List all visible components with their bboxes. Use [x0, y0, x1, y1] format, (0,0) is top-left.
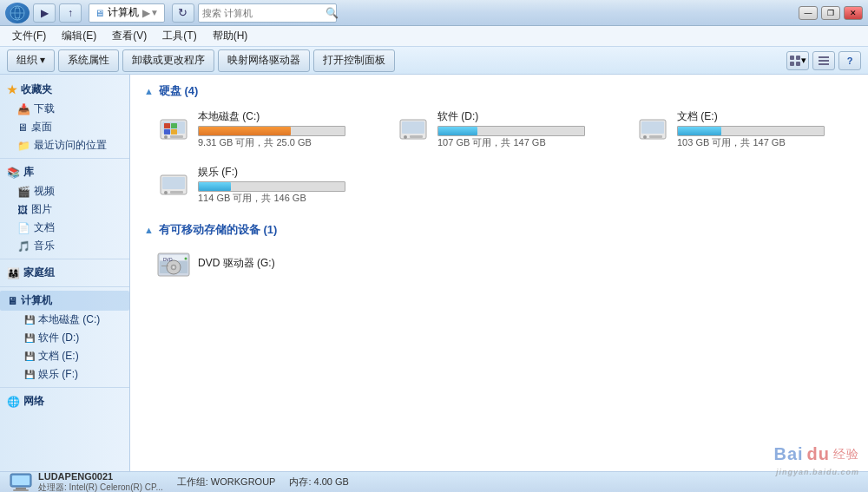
svg-rect-4: [796, 56, 800, 60]
hdd-icon-e: 💾: [24, 351, 35, 361]
search-input[interactable]: [202, 8, 322, 18]
favorites-icon: ★: [7, 83, 17, 96]
menu-edit[interactable]: 编辑(E): [55, 27, 103, 45]
svg-rect-25: [649, 135, 662, 138]
status-pc-icon: [9, 473, 33, 492]
drive-d-label: 软件 (D:): [437, 109, 611, 124]
removable-toggle[interactable]: ▲: [144, 225, 154, 235]
up-button[interactable]: ↑: [59, 3, 82, 23]
sidebar-item-c[interactable]: 💾 本地磁盘 (C:): [0, 311, 129, 329]
memory-text: 内存: 4.00 GB: [289, 476, 348, 489]
folder-icon-documents: 📄: [17, 222, 30, 234]
svg-point-20: [404, 135, 407, 139]
drive-c[interactable]: 本地磁盘 (C:) 9.31 GB 可用，共 25.0 GB: [153, 106, 375, 153]
sidebar: ★ 收藏夹 📥 下载 🖥 桌面 📁 最近访问的位置 📚 库: [0, 75, 130, 471]
svg-rect-17: [171, 129, 177, 134]
folder-icon-pictures: 🖼: [17, 204, 28, 216]
svg-rect-23: [641, 121, 664, 134]
organize-button[interactable]: 组织 ▾: [7, 49, 55, 72]
refresh-button[interactable]: ↻: [172, 3, 194, 23]
svg-rect-3: [790, 56, 794, 60]
hdd-icon-f: 💾: [24, 370, 35, 379]
drive-e-row: 文档 (E:) 103 GB 可用，共 147 GB: [635, 109, 851, 149]
svg-rect-6: [796, 62, 800, 66]
menu-help[interactable]: 帮助(H): [206, 27, 255, 45]
address-bar[interactable]: 🖥 计算机 ▶ ▼: [89, 3, 165, 23]
homegroup-icon: 👨‍👩‍👧: [7, 267, 20, 279]
menu-file[interactable]: 文件(F): [5, 27, 53, 45]
menu-tools[interactable]: 工具(T): [155, 27, 203, 45]
title-bar-left: ▶ ↑ 🖥 计算机 ▶ ▼ ↻ 🔍: [5, 3, 337, 23]
svg-point-24: [643, 135, 647, 139]
svg-text:DVD: DVD: [163, 257, 173, 262]
drive-c-progress-bg: [198, 126, 345, 136]
status-bar: LUDAPENG0021 处理器: Intel(R) Celeron(R) CP…: [0, 471, 868, 492]
harddisk-toggle[interactable]: ▲: [144, 86, 154, 96]
dvd-icon: DVD: [156, 248, 191, 279]
computer-icon: 🖥: [7, 295, 17, 307]
drive-f-info: 娱乐 (F:) 114 GB 可用，共 146 GB: [198, 165, 372, 205]
svg-rect-16: [164, 129, 170, 134]
drive-e-progress-fill: [678, 127, 721, 135]
sidebar-library-section: 📚 库 🎬 视频 🖼 图片 📄 文档 🎵 音乐: [0, 162, 129, 255]
help-button[interactable]: ?: [838, 51, 861, 70]
sidebar-item-e[interactable]: 💾 文档 (E:): [0, 347, 129, 365]
restore-button[interactable]: ❐: [821, 6, 840, 20]
view-options: ▾ ?: [786, 51, 861, 70]
back-button[interactable]: [5, 3, 30, 23]
svg-rect-40: [12, 476, 30, 485]
sidebar-network-header[interactable]: 🌐 网络: [0, 391, 129, 411]
sidebar-item-recent[interactable]: 📁 最近访问的位置: [0, 136, 129, 154]
drive-d-icon: [396, 114, 431, 145]
sidebar-item-video[interactable]: 🎬 视频: [0, 182, 129, 200]
drive-d[interactable]: 软件 (D:) 107 GB 可用，共 147 GB: [392, 106, 615, 153]
svg-rect-29: [170, 191, 183, 194]
sidebar-computer-section: 🖥 计算机 💾 本地磁盘 (C:) 💾 软件 (D:) 💾 文档 (E:) 💾 …: [0, 291, 129, 384]
sidebar-item-f[interactable]: 💾 娱乐 (F:): [0, 365, 129, 384]
sidebar-favorites-header: ★ 收藏夹: [0, 80, 129, 100]
dvd-drive-g[interactable]: DVD DVD 驱动器 (G:): [153, 245, 279, 283]
minimize-button[interactable]: —: [799, 6, 818, 20]
dvd-drive-g-label: DVD 驱动器 (G:): [198, 256, 275, 271]
uninstall-button[interactable]: 卸载或更改程序: [122, 49, 214, 72]
sidebar-item-d[interactable]: 💾 软件 (D:): [0, 329, 129, 347]
sidebar-item-desktop[interactable]: 🖥 桌面: [0, 118, 129, 136]
svg-rect-14: [164, 123, 170, 128]
processor-text: 处理器: Intel(R) Celeron(R) CP...: [38, 482, 163, 493]
svg-rect-42: [13, 489, 29, 491]
svg-rect-15: [171, 123, 177, 128]
sidebar-item-music[interactable]: 🎵 音乐: [0, 237, 129, 255]
menu-view[interactable]: 查看(V): [105, 27, 154, 45]
drive-d-progress-fill: [438, 127, 477, 135]
search-icon[interactable]: 🔍: [326, 7, 339, 19]
toolbar: 组织 ▾ 系统属性 卸载或更改程序 映射网络驱动器 打开控制面板 ▾ ?: [0, 47, 868, 75]
close-button[interactable]: ✕: [844, 6, 863, 20]
map-drive-button[interactable]: 映射网络驱动器: [218, 49, 310, 72]
drive-c-label: 本地磁盘 (C:): [198, 109, 372, 124]
sidebar-item-pictures[interactable]: 🖼 图片: [0, 200, 129, 219]
view-details-button[interactable]: [812, 51, 835, 70]
sidebar-favorites-section: ★ 收藏夹 📥 下载 🖥 桌面 📁 最近访问的位置: [0, 80, 129, 154]
drive-f-size: 114 GB 可用，共 146 GB: [198, 192, 372, 205]
network-icon: 🌐: [7, 396, 20, 408]
svg-point-12: [164, 135, 168, 139]
drive-f[interactable]: 娱乐 (F:) 114 GB 可用，共 146 GB: [153, 161, 375, 208]
sidebar-item-documents[interactable]: 📄 文档: [0, 219, 129, 237]
svg-rect-9: [819, 63, 829, 65]
view-icon-button[interactable]: ▾: [786, 51, 809, 70]
sidebar-computer-header[interactable]: 🖥 计算机: [0, 291, 129, 311]
system-props-button[interactable]: 系统属性: [58, 49, 119, 72]
sidebar-favorites-label: 收藏夹: [21, 82, 52, 97]
svg-rect-21: [410, 135, 423, 138]
drive-d-info: 软件 (D:) 107 GB 可用，共 147 GB: [437, 109, 611, 149]
drive-f-progress-bg: [198, 181, 345, 192]
drive-e-icon: [635, 114, 670, 145]
sidebar-item-download[interactable]: 📥 下载: [0, 100, 129, 118]
drive-e[interactable]: 文档 (E:) 103 GB 可用，共 147 GB: [632, 106, 854, 153]
svg-point-28: [164, 191, 168, 194]
search-bar[interactable]: 🔍: [198, 3, 337, 23]
forward-button[interactable]: ▶: [33, 3, 56, 23]
control-panel-button[interactable]: 打开控制面板: [313, 49, 395, 72]
folder-icon-music: 🎵: [17, 240, 30, 253]
svg-rect-41: [16, 488, 26, 489]
